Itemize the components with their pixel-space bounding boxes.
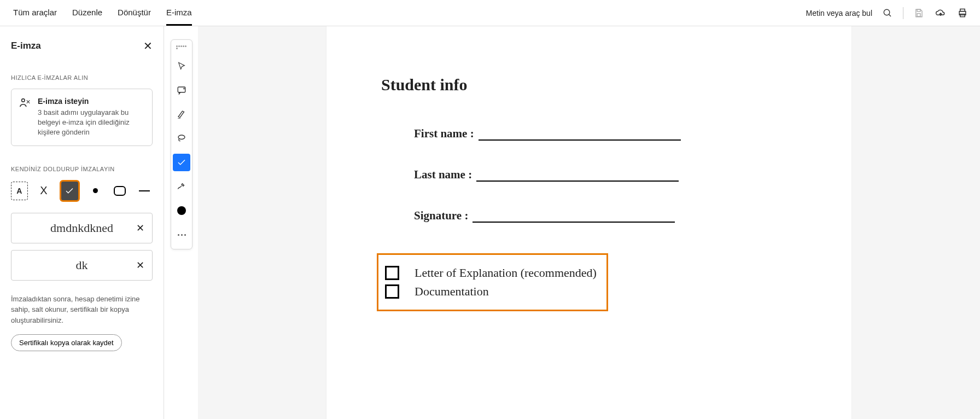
check-tool-icon[interactable]: [173, 154, 190, 171]
tab-all-tools[interactable]: Tüm araçlar: [13, 0, 57, 26]
top-toolbar: Tüm araçlar Düzenle Dönüştür E-imza Meti…: [0, 0, 980, 26]
svg-rect-3: [917, 13, 920, 16]
lasso-tool-icon[interactable]: [173, 130, 190, 147]
signature-1-text: dmdnkdkned: [50, 221, 113, 235]
text-tool[interactable]: A: [11, 182, 28, 200]
delete-signature-2-icon[interactable]: ✕: [136, 259, 144, 271]
svg-rect-8: [178, 87, 185, 92]
field-label: Signature :: [414, 209, 468, 223]
search-icon[interactable]: [881, 7, 894, 20]
rounded-rect-tool[interactable]: [112, 182, 128, 200]
field-label: First name :: [414, 127, 474, 141]
comment-tool-icon[interactable]: [173, 82, 190, 99]
section-request-label: HIZLICA E-İMZALAR ALIN: [11, 74, 153, 81]
field-input-line[interactable]: [476, 168, 679, 182]
save-icon[interactable]: [912, 7, 925, 20]
field-first-name: First name :: [414, 127, 797, 141]
signature-1[interactable]: dmdnkdkned ✕: [11, 213, 153, 243]
field-signature: Signature :: [414, 209, 797, 223]
close-panel-icon[interactable]: ✕: [143, 39, 153, 53]
main-tabs: Tüm araçlar Düzenle Dönüştür E-imza: [13, 0, 192, 26]
checkbox-row-letter: Letter of Explanation (recommended): [385, 266, 597, 280]
fill-tool-row: A X: [11, 180, 153, 202]
signature-2-text: dk: [76, 258, 88, 272]
checkbox-label: Documentation: [415, 284, 489, 299]
search-label: Metin veya araç bul: [806, 9, 872, 18]
document-area: Student info First name : Last name : Si…: [198, 26, 980, 419]
checkbox-row-documentation: Documentation: [385, 284, 597, 299]
document-title: Student info: [381, 75, 797, 94]
checkmark-tool[interactable]: [60, 180, 79, 202]
checkbox-documentation[interactable]: [385, 284, 399, 299]
esign-panel: E-imza ✕ HIZLICA E-İMZALAR ALIN E-imza i…: [0, 26, 164, 419]
save-certified-button[interactable]: Sertifikalı kopya olarak kaydet: [11, 334, 122, 351]
toolbar-grip[interactable]: [176, 45, 187, 49]
people-sign-icon: [19, 97, 31, 109]
line-tool[interactable]: [136, 182, 153, 200]
vertical-toolbar: [171, 39, 192, 249]
svg-point-0: [884, 9, 890, 15]
document-page[interactable]: Student info First name : Last name : Si…: [326, 26, 851, 419]
checkbox-label: Letter of Explanation (recommended): [415, 266, 597, 280]
pointer-tool-icon[interactable]: [173, 57, 190, 75]
field-last-name: Last name :: [414, 168, 797, 182]
separator: [903, 7, 903, 19]
svg-line-1: [889, 14, 891, 16]
checkbox-highlight-region: Letter of Explanation (recommended) Docu…: [377, 253, 608, 311]
request-title: E-imza isteyin: [38, 97, 144, 106]
field-input-line[interactable]: [472, 210, 675, 223]
highlight-tool-icon[interactable]: [173, 106, 190, 123]
tab-esign[interactable]: E-imza: [166, 0, 192, 26]
field-input-line[interactable]: [479, 127, 681, 141]
dot-tool[interactable]: [88, 182, 104, 200]
request-signature-card[interactable]: E-imza isteyin 3 basit adımı uygulayarak…: [11, 89, 153, 146]
section-fillsign-label: KENDİNİZ DOLDURUP İMZALAYIN: [11, 166, 153, 172]
svg-rect-2: [917, 9, 920, 11]
panel-title: E-imza: [11, 40, 41, 51]
svg-point-9: [178, 135, 185, 139]
checkbox-letter[interactable]: [385, 266, 399, 280]
fill-color-icon[interactable]: [173, 202, 190, 219]
svg-rect-6: [960, 14, 965, 16]
more-tools-icon[interactable]: [173, 226, 190, 243]
field-label: Last name :: [414, 168, 472, 182]
top-right-controls: Metin veya araç bul: [806, 7, 969, 20]
tab-edit[interactable]: Düzenle: [72, 0, 102, 26]
cross-tool[interactable]: X: [36, 182, 52, 200]
request-desc: 3 basit adımı uygulayarak bu belgeyi e-i…: [38, 108, 144, 138]
tab-convert[interactable]: Dönüştür: [118, 0, 151, 26]
svg-point-7: [22, 99, 25, 102]
print-icon[interactable]: [956, 7, 969, 20]
panel-footer-text: İmzaladıktan sonra, hesap denetimi izine…: [11, 294, 153, 326]
signature-2[interactable]: dk ✕: [11, 250, 153, 281]
cloud-upload-icon[interactable]: [934, 7, 947, 20]
sign-tool-icon[interactable]: [173, 178, 190, 195]
svg-rect-5: [960, 9, 965, 11]
delete-signature-1-icon[interactable]: ✕: [136, 222, 144, 234]
